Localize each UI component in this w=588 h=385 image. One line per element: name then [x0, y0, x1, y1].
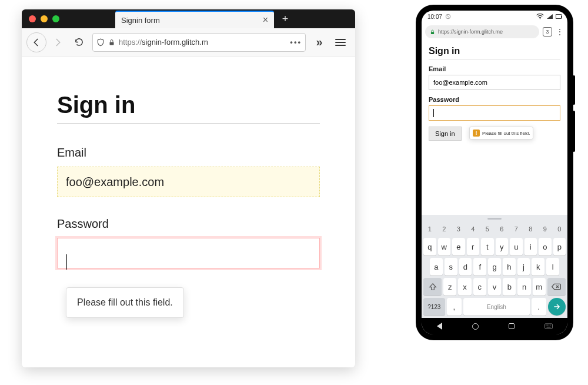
android-nav-bar [422, 318, 567, 334]
reload-button[interactable] [69, 32, 89, 52]
overflow-button[interactable]: » [309, 32, 329, 52]
volume-up-button[interactable] [573, 75, 575, 105]
key-n[interactable]: n [517, 278, 530, 296]
menu-button[interactable] [330, 32, 350, 52]
phone-screen: 10:07 https://signin-form.glitch.me 3 ⋮ … [422, 11, 567, 334]
key-v[interactable]: v [488, 278, 501, 296]
cellular-icon [547, 14, 553, 19]
email-field[interactable] [429, 75, 560, 90]
svg-point-2 [540, 18, 541, 19]
key-6[interactable]: 6 [496, 223, 509, 235]
key-g[interactable]: g [488, 258, 501, 276]
tab-switcher-button[interactable]: 3 [543, 27, 552, 36]
no-sim-icon [445, 14, 451, 19]
key-0[interactable]: 0 [553, 223, 566, 235]
key-b[interactable]: b [503, 278, 516, 296]
minimize-window-button[interactable] [41, 15, 48, 22]
browser-toolbar: https://signin-form.glitch.m ••• » [22, 28, 355, 57]
new-tab-button[interactable]: + [278, 11, 293, 26]
key-c[interactable]: c [473, 278, 486, 296]
space-key[interactable]: English [463, 298, 530, 316]
close-window-button[interactable] [29, 15, 36, 22]
reload-icon [74, 37, 84, 47]
lock-icon[interactable] [108, 38, 115, 47]
key-5[interactable]: 5 [481, 223, 494, 235]
key-p[interactable]: p [553, 238, 566, 255]
key-t[interactable]: t [481, 238, 494, 255]
svg-rect-6 [547, 325, 547, 326]
key-a[interactable]: a [430, 258, 443, 276]
enter-key[interactable] [548, 298, 566, 316]
key-d[interactable]: d [459, 258, 472, 276]
key-y[interactable]: y [496, 238, 509, 255]
wifi-icon [536, 14, 544, 19]
key-q[interactable]: q [423, 238, 436, 255]
symbols-key[interactable]: ?123 [423, 298, 445, 316]
key-7[interactable]: 7 [510, 223, 523, 235]
tracking-protection-icon[interactable] [96, 38, 105, 47]
volume-down-button[interactable] [573, 111, 575, 152]
key-k[interactable]: k [532, 258, 544, 276]
email-field[interactable] [57, 167, 320, 197]
nav-keyboard-icon[interactable] [544, 323, 553, 329]
arrow-right-icon [553, 303, 561, 311]
key-3[interactable]: 3 [452, 223, 465, 235]
back-button[interactable] [26, 32, 46, 52]
key-h[interactable]: h [503, 258, 516, 276]
password-label: Password [57, 217, 320, 231]
nav-recent-button[interactable] [509, 323, 514, 329]
key-z[interactable]: z [443, 278, 456, 296]
key-s[interactable]: s [445, 258, 457, 276]
validation-text: Please fill out this field. [77, 297, 173, 307]
chevron-right-double-icon: » [316, 35, 322, 49]
phone-device: 10:07 https://signin-form.glitch.me 3 ⋮ … [416, 5, 573, 340]
key-w[interactable]: w [438, 238, 451, 255]
key-l[interactable]: l [546, 258, 559, 276]
nav-back-button[interactable] [437, 323, 442, 330]
comma-key[interactable]: , [447, 298, 462, 316]
page-actions-icon[interactable]: ••• [290, 38, 302, 47]
forward-button[interactable] [48, 32, 68, 52]
mobile-menu-button[interactable]: ⋮ [556, 27, 564, 36]
mobile-address-bar[interactable]: https://signin-form.glitch.me [425, 25, 539, 38]
text-cursor [433, 109, 434, 117]
svg-rect-9 [546, 327, 550, 327]
key-1[interactable]: 1 [423, 223, 436, 235]
status-time: 10:07 [427, 14, 442, 20]
page-title: Sign in [57, 92, 320, 124]
battery-icon [556, 14, 562, 19]
key-f[interactable]: f [473, 258, 486, 276]
arrow-right-icon [52, 37, 63, 48]
keyboard-handle[interactable] [487, 218, 502, 220]
signin-button[interactable]: Sign in [429, 127, 462, 141]
close-tab-icon[interactable]: × [263, 15, 268, 25]
maximize-window-button[interactable] [52, 15, 59, 22]
text-cursor [66, 254, 67, 270]
key-4[interactable]: 4 [467, 223, 480, 235]
on-screen-keyboard: 1234567890 qwertyuiop asdfghjkl zxcvbnm … [422, 215, 567, 318]
address-bar[interactable]: https://signin-form.glitch.m ••• [92, 33, 306, 52]
key-o[interactable]: o [539, 238, 552, 255]
key-9[interactable]: 9 [539, 223, 552, 235]
backspace-key[interactable] [547, 278, 566, 296]
key-8[interactable]: 8 [524, 223, 537, 235]
titlebar: Signin form × + [22, 9, 355, 28]
key-u[interactable]: u [510, 238, 523, 255]
key-e[interactable]: e [452, 238, 465, 255]
key-r[interactable]: r [467, 238, 480, 255]
key-x[interactable]: x [458, 278, 471, 296]
key-i[interactable]: i [524, 238, 537, 255]
svg-rect-4 [544, 324, 552, 328]
browser-tab[interactable]: Signin form × [115, 11, 274, 28]
period-key[interactable]: . [532, 298, 546, 316]
shift-key[interactable] [423, 278, 442, 296]
password-field[interactable] [429, 105, 560, 121]
password-field[interactable] [57, 238, 320, 268]
nav-home-button[interactable] [472, 323, 479, 330]
validation-tooltip: ! Please fill out this field. [469, 127, 533, 140]
keyboard-row-3: zxcvbnm [422, 277, 567, 297]
key-2[interactable]: 2 [438, 223, 451, 235]
key-m[interactable]: m [533, 278, 546, 296]
validation-text: Please fill out this field. [482, 131, 530, 136]
key-j[interactable]: j [517, 258, 530, 276]
